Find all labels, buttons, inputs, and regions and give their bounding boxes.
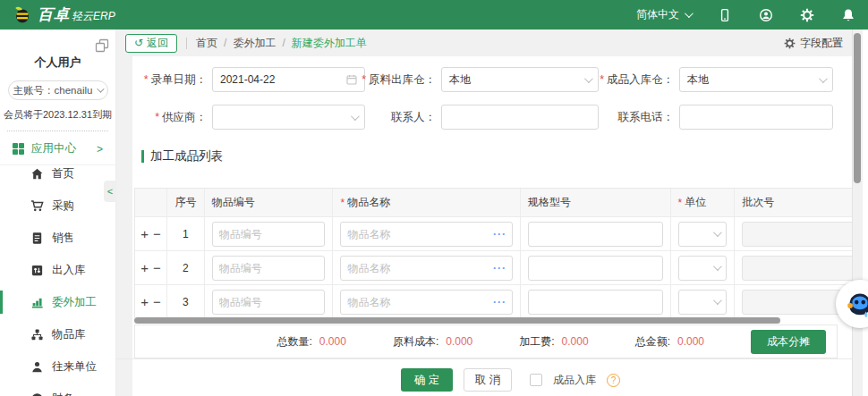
field-label: 录单日期： [151, 73, 208, 86]
header-name: *物品名称 [333, 189, 520, 216]
summary-processing-fee: 加工费: 0.000 [519, 334, 588, 350]
sidebar-item-sales[interactable]: 销售 [0, 222, 115, 254]
item-name-input[interactable] [340, 222, 512, 247]
horizontal-scrollbar[interactable] [134, 317, 780, 324]
help-icon[interactable]: ? [607, 374, 620, 387]
remove-row-button[interactable]: − [153, 295, 161, 308]
unit-select[interactable] [678, 222, 728, 247]
user-type-label: 个人用户 [0, 55, 115, 71]
phone-value[interactable] [687, 111, 825, 123]
cost-allocation-button[interactable]: 成本分摊 [751, 330, 826, 354]
cancel-button[interactable]: 取 消 [464, 368, 512, 392]
header-unit: *单位 [671, 189, 736, 216]
field-contact: 联系人： [361, 105, 599, 130]
back-button[interactable]: ↺ 返回 [125, 34, 177, 53]
required-mark: * [678, 197, 683, 209]
breadcrumb-separator: / [282, 37, 285, 49]
batch-input [742, 222, 852, 247]
panel-toggle-icon[interactable] [94, 38, 110, 54]
support-icon[interactable] [759, 8, 773, 22]
breadcrumb: 首页 / 委外加工 / 新建委外加工单 [196, 36, 367, 51]
material-warehouse-select[interactable]: 本地 [441, 67, 599, 92]
entry-date-value[interactable] [220, 73, 346, 86]
add-row-button[interactable]: + [140, 295, 149, 308]
date-input[interactable] [212, 67, 365, 92]
breadcrumb-section[interactable]: 委外加工 [233, 36, 276, 51]
phone-input[interactable] [679, 105, 833, 130]
sidebar-item-outsourcing[interactable]: 委外加工 [0, 286, 115, 318]
spec-input[interactable] [528, 256, 663, 281]
item-code-input[interactable] [212, 290, 326, 315]
main-area: ↺ 返回 首页 / 委外加工 / 新建委外加工单 字段配置 *录单日期： [116, 29, 852, 396]
item-picker-ellipsis[interactable]: ··· [493, 262, 506, 274]
person-icon [30, 360, 44, 374]
sidebar-item-purchase[interactable]: 采购 [0, 190, 115, 222]
field-config-label: 字段配置 [800, 36, 843, 51]
field-label: 供应商： [162, 111, 207, 123]
table-row: + − 3 ··· [135, 285, 852, 318]
sidebar-menu: 首页 采购 销售 出入库 委外加工 物品库 往来单位 财务 [0, 157, 115, 396]
table-row: + − 2 ··· [135, 251, 852, 285]
confirm-button[interactable]: 确 定 [401, 368, 453, 392]
row-index: 3 [167, 285, 205, 318]
home-icon [30, 167, 44, 181]
unit-select[interactable] [678, 256, 728, 281]
sidebar-item-finance[interactable]: 财务 [0, 383, 115, 396]
account-selector[interactable]: 主账号：chenailu [8, 80, 108, 100]
header-batch: 批次号 [735, 189, 852, 216]
product-inbound-checkbox[interactable] [530, 374, 542, 386]
remove-row-button[interactable]: − [153, 261, 161, 274]
checkbox-label: 成品入库 [553, 373, 596, 388]
divider [186, 38, 187, 49]
unit-select[interactable] [678, 290, 728, 315]
item-code-input[interactable] [212, 256, 326, 281]
breadcrumb-home[interactable]: 首页 [196, 36, 217, 51]
row-index: 2 [167, 251, 205, 284]
summary-total-amount: 总金额: 0.000 [635, 334, 704, 350]
bell-icon[interactable] [841, 8, 855, 22]
membership-expiry: 会员将于2023.12.31到期 [0, 108, 115, 122]
sidebar-item-home[interactable]: 首页 [0, 157, 115, 190]
contact-value[interactable] [449, 111, 591, 123]
app-center-label: 应用中心 [31, 141, 76, 156]
table-header-row: 序号 物品编号 *物品名称 规格型号 *单位 批次号 [135, 189, 852, 217]
supplier-select[interactable] [212, 105, 365, 130]
mobile-icon[interactable] [718, 8, 732, 22]
header-index: 序号 [167, 189, 205, 216]
field-phone: 联系电话： [593, 105, 833, 130]
contact-input[interactable] [441, 105, 599, 130]
select-value: 本地 [449, 72, 471, 88]
language-selector[interactable]: 简体中文 [636, 7, 691, 22]
item-picker-ellipsis[interactable]: ··· [493, 228, 506, 240]
item-name-input[interactable] [340, 290, 512, 315]
sidebar-collapse-handle[interactable]: < [104, 181, 116, 202]
add-row-button[interactable]: + [140, 261, 149, 274]
account-label: 主账号：chenailu [13, 84, 93, 97]
chevron-down-icon [584, 74, 593, 83]
chevron-down-icon [685, 9, 694, 18]
item-name-input[interactable] [340, 256, 512, 281]
sidebar-item-items[interactable]: 物品库 [0, 318, 115, 350]
chevron-left-icon: < [107, 186, 113, 197]
sidebar-item-label: 首页 [52, 166, 74, 181]
topbar: 百卓轻云ERP 简体中文 [0, 0, 868, 29]
chevron-down-icon [98, 85, 105, 92]
spec-input[interactable] [528, 222, 663, 247]
spec-input[interactable] [528, 290, 663, 315]
item-picker-ellipsis[interactable]: ··· [493, 296, 506, 308]
required-mark: * [144, 73, 149, 86]
item-code-input[interactable] [212, 222, 326, 247]
add-row-button[interactable]: + [140, 227, 149, 240]
gear-icon[interactable] [800, 8, 814, 22]
divider [116, 358, 852, 359]
product-warehouse-select[interactable]: 本地 [679, 67, 833, 92]
remove-row-button[interactable]: − [153, 227, 161, 240]
sidebar-item-partners[interactable]: 往来单位 [0, 350, 115, 383]
summary-total-qty: 总数量: 0.000 [277, 334, 346, 350]
select-value: 本地 [687, 72, 709, 88]
vertical-scrollbar-thumb[interactable] [854, 33, 861, 183]
sidebar: 个人用户 主账号：chenailu 会员将于2023.12.31到期 应用中心 … [0, 29, 116, 396]
field-config-button[interactable]: 字段配置 [784, 36, 843, 51]
sidebar-item-warehouse[interactable]: 出入库 [0, 254, 115, 286]
sidebar-item-label: 物品库 [52, 327, 86, 342]
